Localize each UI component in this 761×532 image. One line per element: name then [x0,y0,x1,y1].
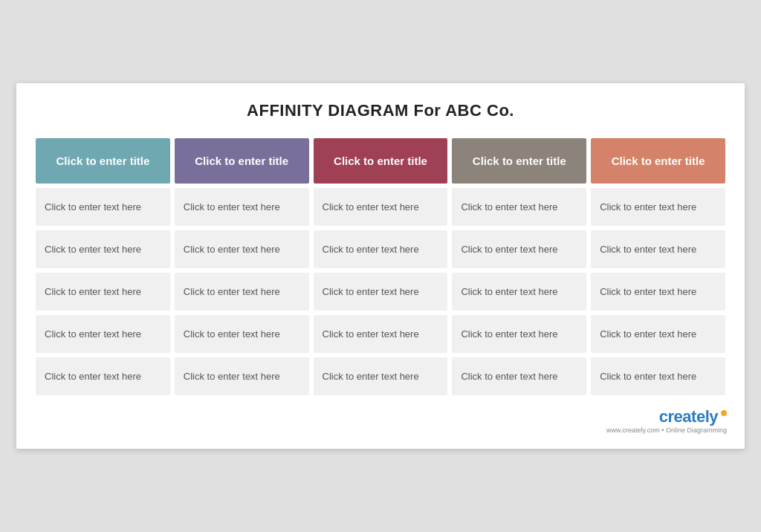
cell-r3-c1[interactable]: Click to enter text here [175,315,309,353]
brand-dot-icon [721,410,727,416]
cell-r2-c1[interactable]: Click to enter text here [175,273,309,311]
cell-r3-c2[interactable]: Click to enter text here [314,315,448,353]
cell-r3-c4[interactable]: Click to enter text here [591,315,725,353]
cell-r2-c0[interactable]: Click to enter text here [36,273,170,311]
footer-tagline: www.creately.com • Online Diagramming [606,426,727,434]
cell-r0-c1[interactable]: Click to enter text here [175,188,309,226]
column-header-3[interactable]: Click to enter title [314,138,448,184]
affinity-diagram-table: Click to enter titleClick to enter title… [31,134,730,400]
cell-r0-c0[interactable]: Click to enter text here [36,188,170,226]
cell-r2-c3[interactable]: Click to enter text here [452,273,586,311]
table-row: Click to enter text hereClick to enter t… [36,188,725,226]
cell-r4-c1[interactable]: Click to enter text here [175,357,309,395]
footer-brand: creately www.creately.com • Online Diagr… [606,407,727,434]
table-row: Click to enter text hereClick to enter t… [36,230,725,268]
cell-r1-c2[interactable]: Click to enter text here [314,230,448,268]
column-header-4[interactable]: Click to enter title [452,138,586,184]
footer-logo: creately [659,407,727,426]
cell-r2-c4[interactable]: Click to enter text here [591,273,725,311]
brand-name: creately [659,407,718,426]
cell-r0-c4[interactable]: Click to enter text here [591,188,725,226]
cell-r4-c3[interactable]: Click to enter text here [452,357,586,395]
table-row: Click to enter text hereClick to enter t… [36,357,725,395]
cell-r3-c0[interactable]: Click to enter text here [36,315,170,353]
cell-r4-c4[interactable]: Click to enter text here [591,357,725,395]
body-rows: Click to enter text hereClick to enter t… [36,188,725,395]
cell-r1-c1[interactable]: Click to enter text here [175,230,309,268]
column-header-1[interactable]: Click to enter title [36,138,170,184]
cell-r4-c2[interactable]: Click to enter text here [314,357,448,395]
header-row: Click to enter titleClick to enter title… [36,138,725,184]
column-header-2[interactable]: Click to enter title [175,138,309,184]
table-row: Click to enter text hereClick to enter t… [36,315,725,353]
page-title: AFFINITY DIAGRAM For ABC Co. [31,101,730,120]
column-header-5[interactable]: Click to enter title [591,138,725,184]
cell-r0-c2[interactable]: Click to enter text here [314,188,448,226]
cell-r1-c3[interactable]: Click to enter text here [452,230,586,268]
cell-r1-c4[interactable]: Click to enter text here [591,230,725,268]
cell-r4-c0[interactable]: Click to enter text here [36,357,170,395]
cell-r3-c3[interactable]: Click to enter text here [452,315,586,353]
cell-r1-c0[interactable]: Click to enter text here [36,230,170,268]
table-row: Click to enter text hereClick to enter t… [36,273,725,311]
footer: creately www.creately.com • Online Diagr… [31,407,730,434]
cell-r2-c2[interactable]: Click to enter text here [314,273,448,311]
cell-r0-c3[interactable]: Click to enter text here [452,188,586,226]
page-container: AFFINITY DIAGRAM For ABC Co. Click to en… [16,83,745,449]
